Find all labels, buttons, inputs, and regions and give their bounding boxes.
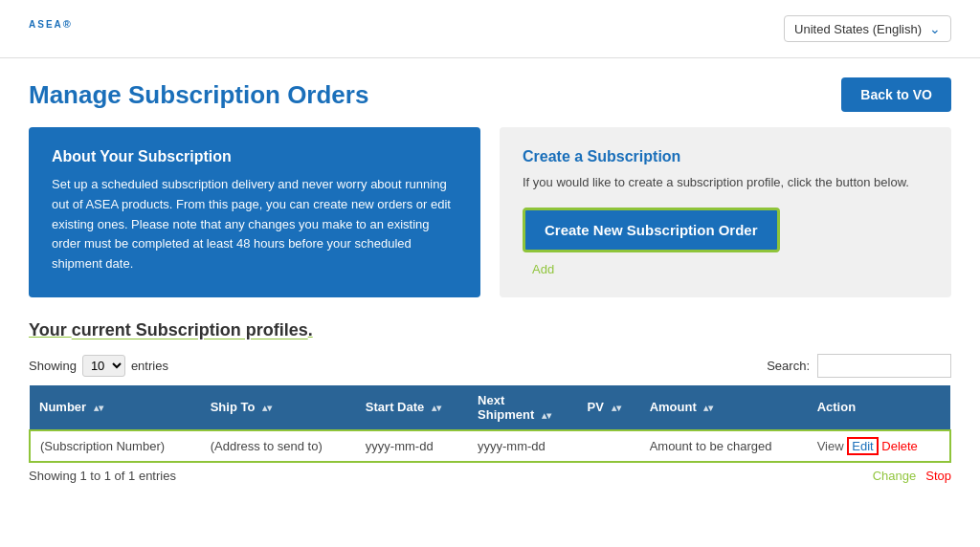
cell-pv	[578, 430, 640, 462]
gray-panel: Create a Subscription If you would like …	[500, 127, 951, 297]
page-content: Manage Subscription Orders Back to VO Ab…	[0, 58, 980, 512]
change-stop-links: Change Stop	[873, 469, 951, 483]
table-row: (Subscription Number) (Address to send t…	[30, 430, 950, 462]
blue-panel-body: Set up a scheduled subscription delivery…	[52, 175, 457, 274]
edit-link[interactable]: Edit	[847, 437, 878, 455]
search-input[interactable]	[817, 354, 951, 378]
table-header-row: Number ▴▾ Ship To ▴▾ Start Date ▴▾ NextS…	[30, 385, 950, 430]
change-link[interactable]: Change	[873, 469, 917, 483]
sort-icon: ▴▾	[612, 403, 621, 413]
blue-panel-title: About Your Subscription	[52, 148, 457, 165]
sort-icon: ▴▾	[542, 410, 551, 421]
sort-icon: ▴▾	[703, 403, 713, 413]
profiles-section: Your current Subscription profiles. Show…	[29, 320, 951, 483]
page-title: Manage Subscription Orders	[29, 80, 368, 110]
language-selector[interactable]: United States (English) ⌄	[784, 15, 951, 42]
gray-panel-body: If you would like to create a subscripti…	[523, 173, 928, 192]
showing-label: Showing	[29, 359, 77, 373]
col-ship-to: Ship To ▴▾	[201, 385, 356, 430]
gray-panel-title: Create a Subscription	[523, 148, 928, 165]
col-action: Action	[808, 385, 950, 430]
entries-select[interactable]: 10 25 50	[82, 355, 125, 377]
cell-amount: Amount to be charged	[640, 430, 808, 462]
cell-action: View Edit Delete	[808, 430, 950, 462]
col-pv: PV ▴▾	[578, 385, 640, 430]
cell-ship-to: (Address to send to)	[201, 430, 356, 462]
profiles-title-underline: current Subscription profiles	[72, 320, 308, 339]
create-subscription-button[interactable]: Create New Subscription Order	[523, 208, 780, 252]
chevron-down-icon: ⌄	[929, 21, 941, 36]
header: ASEA® United States (English) ⌄	[0, 0, 980, 58]
logo-text: ASEA	[29, 19, 63, 30]
view-link[interactable]: View	[817, 439, 844, 453]
stop-link[interactable]: Stop	[925, 469, 951, 483]
col-amount: Amount ▴▾	[640, 385, 808, 430]
sort-icon: ▴▾	[262, 403, 272, 413]
col-start-date: Start Date ▴▾	[356, 385, 468, 430]
delete-link[interactable]: Delete	[881, 439, 918, 453]
info-panels: About Your Subscription Set up a schedul…	[29, 127, 951, 297]
page-title-row: Manage Subscription Orders Back to VO	[29, 58, 951, 127]
add-link[interactable]: Add	[532, 262, 554, 276]
showing-count: Showing 1 to 1 of 1 entries	[29, 469, 176, 483]
sort-icon: ▴▾	[432, 403, 441, 413]
entries-label: entries	[131, 359, 168, 373]
profiles-title-static: Your	[29, 320, 72, 339]
blue-panel: About Your Subscription Set up a schedul…	[29, 127, 480, 297]
table-body: (Subscription Number) (Address to send t…	[30, 430, 950, 462]
search-area: Search:	[767, 354, 951, 378]
showing-entries: Showing 10 25 50 entries	[29, 355, 168, 377]
cell-next-shipment: yyyy-mm-dd	[468, 430, 578, 462]
profiles-title-end: .	[308, 320, 313, 339]
table-controls: Showing 10 25 50 entries Search:	[29, 354, 951, 378]
col-next-shipment: NextShipment ▴▾	[468, 385, 578, 430]
profiles-title: Your current Subscription profiles.	[29, 320, 951, 340]
logo-trademark: ®	[63, 18, 73, 30]
table-footer: Showing 1 to 1 of 1 entries Change Stop	[29, 469, 951, 483]
data-table: Number ▴▾ Ship To ▴▾ Start Date ▴▾ NextS…	[29, 385, 951, 463]
back-to-vo-button[interactable]: Back to VO	[841, 77, 951, 112]
language-label: United States (English)	[794, 22, 922, 36]
logo: ASEA®	[29, 13, 73, 44]
cell-start-date: yyyy-mm-dd	[356, 430, 468, 462]
cell-number: (Subscription Number)	[30, 430, 201, 462]
sort-icon: ▴▾	[94, 403, 103, 413]
col-number: Number ▴▾	[30, 385, 201, 430]
search-label: Search:	[767, 359, 810, 373]
table-header: Number ▴▾ Ship To ▴▾ Start Date ▴▾ NextS…	[30, 385, 950, 430]
